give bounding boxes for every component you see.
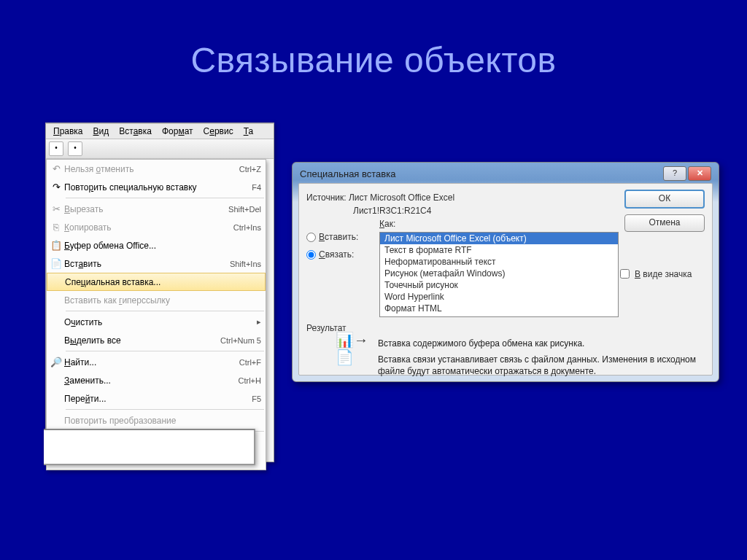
menu-label: Буфер обмена Office... [64, 241, 255, 251]
menu-label: Специальная вставка... [65, 277, 255, 287]
menu-row[interactable]: Очистить▸ [47, 313, 266, 331]
menu-shortcut: ▸ [251, 317, 261, 327]
undo-icon: ↶ [48, 163, 64, 174]
format-listbox[interactable]: Лист Microsoft Office Excel (объект)Текс… [379, 232, 619, 317]
result-text: Вставка содержимого буфера обмена как ри… [378, 338, 705, 378]
menu-item[interactable]: Та [239, 125, 258, 137]
menu-item[interactable]: Правка [49, 125, 88, 137]
menu-row[interactable]: Перейти...F5 [47, 389, 266, 408]
menu-shortcut: F4 [246, 183, 261, 192]
toolbar-button[interactable]: • [49, 141, 63, 156]
menu-shortcut: Ctrl+F [233, 358, 261, 367]
toolbar-button[interactable]: • [68, 141, 82, 156]
menu-label: Повторить преобразование [64, 416, 255, 426]
paste-icon: 📄 [48, 258, 64, 269]
menu-label: Вырезать [64, 204, 222, 214]
menu-shortcut: Ctrl+Ins [228, 223, 261, 232]
menu-separator [66, 198, 264, 198]
list-option[interactable]: Лист Microsoft Office Excel (объект) [380, 233, 618, 244]
menu-row[interactable]: 📋Буфер обмена Office... [47, 236, 266, 254]
menu-shortcut: Shift+Del [222, 205, 261, 214]
result-icon: 📊→📄 [336, 338, 369, 359]
source-range: Лист1!R3C1:R21C4 [306, 206, 619, 216]
insert-radio[interactable]: Вставить: [306, 232, 372, 242]
menu-shortcut: Ctrl+H [233, 376, 261, 385]
slide-title: Связывание объектов [0, 0, 747, 80]
menu-shortcut: Ctrl+Num 5 [214, 336, 261, 345]
copy-icon: ⎘ [48, 222, 64, 233]
result-section: Результат 📊→📄 Вставка содержимого буфера… [306, 323, 705, 378]
close-button[interactable]: ✕ [688, 166, 711, 181]
menu-label: Выделить все [64, 335, 214, 346]
menubar: ПравкаВидВставкаФорматСервисТа [46, 123, 274, 139]
list-option[interactable]: Рисунок (метафайл Windows) [380, 268, 618, 279]
list-option[interactable]: Формат HTML [380, 303, 618, 314]
cancel-button[interactable]: Отмена [624, 214, 705, 232]
edit-dropdown: ↶Нельзя отменитьCtrl+Z↷Повторить специал… [46, 159, 266, 470]
paste-mode-group: Вставить: Связать: [306, 232, 372, 317]
menu-row: Вставить как гиперссылку [47, 291, 266, 309]
list-option[interactable]: Точечный рисунок [380, 279, 618, 291]
menu-row: ↶Нельзя отменитьCtrl+Z [47, 160, 266, 178]
menu-row[interactable]: Специальная вставка... [47, 273, 266, 291]
menu-row[interactable]: 🔎Найти...Ctrl+F [47, 353, 266, 371]
menu-item[interactable]: Формат [158, 125, 198, 137]
clipboard-icon: 📋 [48, 240, 64, 251]
dialog-title: Специальная вставка [300, 168, 662, 179]
menu-label: Перейти... [64, 394, 246, 404]
edit-menu-panel: ПравкаВидВставкаФорматСервисТа • • ↶Нель… [45, 122, 274, 462]
menu-row: ✂ВырезатьShift+Del [47, 200, 266, 218]
as-icon-checkbox[interactable]: В виде значка [617, 267, 697, 281]
menu-label: Нельзя отменить [64, 164, 233, 174]
menu-label: Найти... [64, 357, 233, 368]
find-icon: 🔎 [48, 357, 64, 368]
dialog-buttons: ОК Отмена В виде значка [624, 190, 705, 317]
list-option[interactable]: Неформатированный текст [380, 256, 618, 268]
menu-row[interactable]: 📄ВставитьShift+Ins [47, 254, 266, 273]
list-option[interactable]: Word Hyperlink [380, 291, 618, 303]
cut-icon: ✂ [48, 203, 64, 214]
document-edge [44, 429, 255, 465]
menu-row: Повторить преобразование [47, 411, 266, 429]
link-radio[interactable]: Связать: [306, 249, 372, 260]
menu-row[interactable]: ↷Повторить специальную вставкуF4 [47, 178, 266, 196]
menu-shortcut: Ctrl+Z [233, 165, 261, 174]
menu-separator [66, 351, 264, 351]
source-label: Источник: Лист Microsoft Office Excel [306, 192, 619, 203]
dialog-body: Источник: Лист Microsoft Office Excel Ли… [298, 183, 713, 376]
ok-button[interactable]: ОК [624, 190, 705, 209]
menu-label: Повторить специальную вставку [64, 182, 246, 192]
redo-icon: ↷ [48, 182, 64, 192]
menu-label: Вставить [64, 259, 224, 269]
menu-row[interactable]: Заменить...Ctrl+H [47, 371, 266, 389]
menu-separator [66, 311, 264, 311]
menu-label: Очистить [64, 317, 251, 327]
menu-item[interactable]: Вид [89, 125, 114, 137]
menu-item[interactable]: Сервис [199, 125, 238, 137]
toolbar: • • [46, 139, 274, 159]
menu-row[interactable]: Выделить всеCtrl+Num 5 [47, 331, 266, 349]
menu-shortcut: F5 [246, 394, 261, 403]
as-label: Как: [306, 219, 619, 229]
help-button[interactable]: ? [663, 166, 686, 181]
menu-item[interactable]: Вставка [115, 125, 156, 137]
dialog-titlebar: Специальная вставка ? ✕ [300, 166, 711, 182]
menu-label: Вставить как гиперссылку [64, 295, 255, 306]
menu-label: Заменить... [64, 376, 233, 386]
menu-row: ⎘КопироватьCtrl+Ins [47, 218, 266, 236]
menu-label: Копировать [64, 222, 228, 233]
menu-shortcut: Shift+Ins [224, 260, 261, 268]
menu-separator [66, 409, 264, 410]
list-option[interactable]: Текст в формате RTF [380, 244, 618, 256]
paste-special-dialog: Специальная вставка ? ✕ Источник: Лист M… [292, 162, 719, 382]
